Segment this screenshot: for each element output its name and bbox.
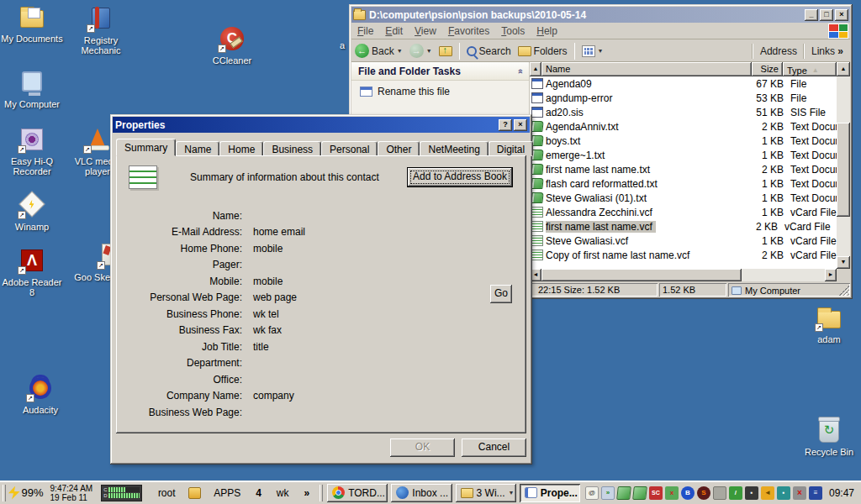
menu-edit[interactable]: Edit — [379, 24, 409, 39]
desktop-icon-my-computer[interactable]: My Computer — [0, 69, 64, 109]
scrollbar-thumb[interactable] — [837, 123, 850, 217]
quicklaunch-overflow-chevron[interactable]: » — [304, 487, 310, 499]
menu-tools[interactable]: Tools — [495, 24, 531, 39]
file-row[interactable]: flash card reformatted.txt1 KBText Docum — [530, 176, 837, 191]
scroll-right-icon[interactable]: ► — [825, 269, 837, 281]
file-row[interactable]: Agenda0967 KBFile — [530, 76, 837, 91]
scroll-down-icon[interactable]: ▼ — [837, 256, 850, 269]
back-dropdown-icon[interactable]: ▼ — [397, 48, 403, 54]
file-row[interactable]: Copy of first name last name.vcf2 KBvCar… — [530, 248, 837, 262]
file-row[interactable]: emerge~1.txt1 KBText Docum — [530, 148, 837, 162]
menu-file[interactable]: File — [351, 24, 379, 39]
group-dropdown-icon[interactable]: ▼ — [509, 490, 515, 496]
notes-icon[interactable] — [616, 486, 631, 500]
menu-view[interactable]: View — [409, 24, 442, 39]
tab-netmeeting[interactable]: NetMeeting — [420, 141, 488, 156]
organizer-icon[interactable]: ≡ — [809, 486, 822, 500]
quicklaunch-apps[interactable]: APPS — [214, 487, 240, 499]
go-button[interactable]: Go — [490, 285, 512, 303]
cancel-button[interactable]: Cancel — [462, 438, 526, 457]
drive-usage-widget[interactable]: C D — [101, 485, 142, 501]
address-toolbar[interactable]: Address — [753, 44, 804, 59]
close-button[interactable]: × — [514, 119, 527, 131]
close-button[interactable]: × — [835, 9, 848, 21]
skype-offline-icon[interactable]: S — [697, 486, 710, 500]
pane-scroll-up-icon[interactable]: ▲ — [530, 62, 541, 76]
quicklaunch-4[interactable]: 4 — [256, 487, 261, 499]
file-row[interactable]: Alessandra Zecchini.vcf1 KBvCard File — [530, 205, 837, 219]
desktop-icon-winamp[interactable]: ↗ Winamp — [0, 192, 64, 232]
tab-summary[interactable]: Summary — [116, 139, 176, 156]
notes-icon[interactable] — [632, 486, 647, 500]
folders-button[interactable]: Folders — [515, 44, 571, 59]
bluetooth-icon[interactable]: B — [681, 486, 695, 500]
forward-dropdown-icon[interactable]: ▼ — [426, 48, 432, 54]
column-header-type[interactable]: Type▲ — [783, 62, 837, 76]
links-chevron-icon[interactable]: » — [837, 45, 843, 57]
file-row-selected[interactable]: first name last name.vcf2 KBvCard File — [530, 219, 837, 234]
column-header-size[interactable]: Size — [752, 62, 783, 76]
resize-grip[interactable] — [839, 286, 849, 296]
views-button[interactable]: ▼ — [578, 44, 607, 59]
task-button-chrome[interactable]: TORD... — [327, 484, 388, 502]
tab-home[interactable]: Home — [219, 141, 263, 156]
up-button[interactable]: ↑ — [436, 45, 456, 58]
tab-name[interactable]: Name — [176, 141, 219, 156]
scrollbar-track[interactable] — [742, 269, 825, 281]
vertical-scrollbar[interactable]: ▼ — [837, 76, 850, 269]
battery-power-icon[interactable] — [8, 486, 20, 500]
file-row[interactable]: Steve Gwaliasi.vcf1 KBvCard File — [530, 234, 837, 248]
desktop-icon-adam-folder[interactable]: ↗ adam — [799, 304, 859, 344]
horizontal-scrollbar[interactable]: ◄ ► — [530, 269, 837, 281]
taskbar-clock[interactable]: 9:47:24 AM19 Feb 11 — [50, 484, 93, 502]
menu-favorites[interactable]: Favorites — [442, 24, 495, 39]
tab-personal[interactable]: Personal — [321, 141, 378, 156]
file-row[interactable]: Steve Gwaliasi (01).txt1 KBText Docum — [530, 191, 837, 205]
search-button[interactable]: Search — [463, 44, 515, 59]
file-row[interactable]: ad20.sis51 KBSIS File — [530, 105, 837, 119]
desktop-icon-ccleaner[interactable]: C↗ CCleaner — [200, 25, 264, 66]
quicklaunch-wk[interactable]: wk — [277, 487, 289, 499]
rename-this-file-item[interactable]: Rename this file — [351, 81, 529, 97]
column-header-name[interactable]: Name — [541, 62, 752, 76]
maximize-button[interactable]: □ — [820, 9, 833, 21]
display-icon[interactable] — [713, 486, 726, 500]
file-row[interactable]: boys.txt1 KBText Docum — [530, 134, 837, 148]
dialog-titlebar[interactable]: Properties ? × — [113, 117, 530, 133]
views-dropdown-icon[interactable]: ▼ — [598, 48, 604, 54]
quicklaunch-root[interactable]: root — [158, 487, 176, 499]
ok-button[interactable]: OK — [390, 438, 455, 457]
back-button[interactable]: ← Back ▼ — [351, 42, 406, 60]
tray-clock[interactable]: 09:47 — [829, 487, 854, 499]
file-row[interactable]: AgendaAnniv.txt2 KBText Docum — [530, 119, 837, 134]
storage-icon[interactable]: ▪ — [745, 486, 758, 500]
desktop-icon-recycle-bin[interactable]: ↻ Recycle Bin — [799, 417, 859, 457]
status-offline-icon[interactable]: x — [665, 486, 679, 500]
file-row[interactable]: first name last name.txt2 KBText Docum — [530, 162, 837, 176]
perf-monitor-icon[interactable]: ▪ — [777, 486, 790, 500]
scrollbar-thumb[interactable] — [541, 269, 742, 281]
toolbar-grip[interactable] — [320, 485, 323, 501]
links-toolbar[interactable]: Links » — [804, 44, 850, 59]
task-button-properties[interactable]: Prope... — [520, 484, 580, 502]
forward-button[interactable]: → ▼ — [406, 42, 436, 60]
help-button[interactable]: ? — [499, 119, 512, 131]
desktop-icon-adobe-reader[interactable]: Λ↗ Adobe Reader 8 — [0, 247, 64, 297]
stylus-icon[interactable]: / — [729, 486, 742, 500]
add-to-address-book-button[interactable]: Add to Address Book — [408, 168, 512, 186]
desktop-icon-audacity[interactable]: ↗ Audacity — [8, 375, 72, 415]
network-offline-icon[interactable]: × — [793, 486, 806, 500]
desktop-icon-easy-hiq-recorder[interactable]: ↗ Easy Hi-Q Recorder — [0, 126, 64, 176]
volume-icon[interactable]: ◄ — [761, 486, 774, 500]
tab-business[interactable]: Business — [263, 141, 321, 156]
task-pane-header[interactable]: File and Folder Tasks » — [351, 62, 529, 81]
task-button-window-group[interactable]: 3 Wi...▼ — [456, 484, 516, 502]
file-row[interactable]: agndump-error53 KBFile — [530, 91, 837, 105]
tab-other[interactable]: Other — [378, 141, 420, 156]
remote-audio-icon[interactable]: » — [601, 486, 615, 500]
tab-digital-ids[interactable]: Digital IDs — [489, 141, 533, 156]
mail-checker-icon[interactable]: @ — [585, 486, 599, 500]
collapse-chevron-icon[interactable]: » — [515, 68, 525, 73]
menu-help[interactable]: Help — [531, 24, 563, 39]
toolbar-grip[interactable] — [3, 485, 6, 501]
